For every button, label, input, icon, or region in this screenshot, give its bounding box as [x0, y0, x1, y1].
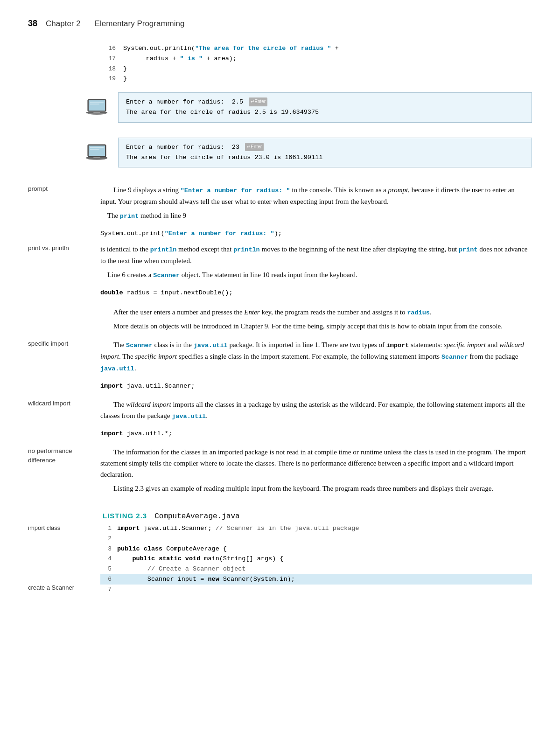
- enter-badge-1: ↵Enter: [249, 97, 267, 106]
- output-box-2: Enter a number for radius: 23 ↵Enter The…: [118, 138, 532, 168]
- listing-margin-labels: import class create a Scanner: [28, 523, 100, 607]
- kw-static: static: [159, 555, 182, 562]
- lc-1: import java.util.Scanner; // Scanner is …: [117, 523, 359, 534]
- snippet-print: System.out.print("Enter a number for rad…: [100, 229, 532, 239]
- kw-void: void: [185, 555, 200, 562]
- svg-rect-5: [90, 102, 104, 103]
- lc-7: [117, 585, 121, 595]
- line-num-18: 18: [103, 64, 116, 74]
- margin-line-7: [28, 595, 100, 607]
- kw-public-2: public: [132, 555, 155, 562]
- kw-new: new: [208, 576, 219, 583]
- no-perf-para-1: The information for the classes in an im…: [100, 446, 532, 480]
- ln-4: 4: [100, 554, 112, 564]
- output-line-1-2: The area for the circle of radius 2.5 is…: [126, 107, 524, 118]
- page-number: 38: [28, 19, 37, 28]
- snippet-wildcard-row: import java.uitl.*;: [0, 429, 560, 439]
- section-wildcard: wildcard import The wildcard import impo…: [0, 399, 560, 425]
- ln-5: 5: [100, 564, 112, 574]
- svg-rect-12: [90, 147, 104, 148]
- kw-public-1: public: [117, 545, 140, 552]
- line-num-19: 19: [103, 74, 116, 84]
- kw-double: double: [100, 289, 123, 296]
- section-print-vs-println: print vs. println is identical to the pr…: [0, 244, 560, 283]
- enter-italic: Enter: [244, 308, 259, 316]
- text-body-prompt: Line 9 displays a string "Enter a number…: [100, 184, 532, 224]
- prompt-italic: prompt: [388, 186, 408, 194]
- print-kw: print: [459, 246, 478, 253]
- comment-1: // Scanner is in the java.util package: [216, 525, 359, 532]
- listing-line-6: 6 Scanner input = new Scanner(System.in)…: [100, 574, 532, 585]
- margin-line-2: [28, 536, 100, 548]
- code-line-19: 19 }: [103, 74, 339, 84]
- wildcard-italic: wildcard import: [126, 401, 171, 408]
- code-block-top: 16 System.out.println("The area for the …: [103, 43, 339, 84]
- margin-label-specific: specific import: [28, 339, 100, 376]
- snippet-indent-1: [28, 229, 100, 239]
- listing-code-row: import class create a Scanner 1 import j…: [0, 523, 560, 607]
- ln-1: 1: [100, 524, 112, 534]
- svg-rect-11: [93, 157, 100, 158]
- code-text-17: radius + " is " + area);: [123, 54, 237, 64]
- line-num-17: 17: [103, 54, 116, 64]
- svg-rect-4: [93, 112, 100, 113]
- margin-create-scanner: create a Scanner: [28, 584, 74, 591]
- ln-6: 6: [100, 575, 112, 585]
- code-top-section: 16 System.out.println("The area for the …: [0, 43, 560, 84]
- javautil-cyan: java.util: [194, 342, 228, 349]
- print-vs-para-1: is identical to the println method excep…: [100, 244, 532, 266]
- listing-line-2: 2: [100, 534, 532, 544]
- snippet-import-row: import java.util.Scanner;: [0, 381, 560, 391]
- snippet-double-row: double radius = input.nextDouble();: [0, 288, 560, 298]
- section-after-enter: After the user enters a number and press…: [0, 306, 560, 335]
- section-no-perf: no performance difference The informatio…: [0, 446, 560, 497]
- javautil-cyan-3: java.util: [172, 413, 206, 420]
- text-body-no-perf: The information for the classes in an im…: [100, 446, 532, 497]
- code-text-19: }: [123, 74, 127, 84]
- string-highlight: "Enter a number for radius: ": [181, 187, 290, 194]
- section-specific-import-text: specific import The Scanner class is in …: [0, 339, 560, 376]
- scanner-cyan-3: Scanner: [441, 354, 468, 361]
- scanner-cyan-2: Scanner: [126, 342, 153, 349]
- output-line-1-1: Enter a number for radius: 2.5 ↵Enter: [126, 97, 524, 107]
- after-enter-para-2: More details on objects will be introduc…: [100, 320, 532, 332]
- section-prompt: prompt Line 9 displays a string "Enter a…: [0, 184, 560, 224]
- kw-import-1: import: [100, 383, 123, 390]
- snippet-indent-4: [28, 429, 100, 439]
- chapter-label: Chapter 2: [46, 19, 81, 28]
- page-header: 38 Chapter 2 Elementary Programming: [0, 19, 560, 37]
- snippet-indent-3: [28, 381, 100, 391]
- kw-import-2: import: [100, 430, 123, 437]
- lc-6: Scanner input = new Scanner(System.in);: [117, 574, 295, 585]
- snippet-indent-2: [28, 288, 100, 298]
- listing-code-block: 1 import java.util.Scanner; // Scanner i…: [100, 523, 532, 607]
- listing-line-1: 1 import java.util.Scanner; // Scanner i…: [100, 523, 532, 534]
- code-text-18: }: [123, 64, 127, 74]
- snippet-import: import java.util.Scanner;: [100, 381, 532, 391]
- chapter-title: Elementary Programming: [95, 19, 185, 28]
- radius-cyan: radius: [407, 309, 430, 316]
- println-1: println: [150, 246, 177, 253]
- main-content: 16 System.out.println("The area for the …: [0, 43, 560, 609]
- comment-5: // Create a Scanner object: [147, 565, 246, 572]
- print-vs-para-2: Line 6 creates a Scanner object. The sta…: [100, 269, 532, 281]
- listing-line-5: 5 // Create a Scanner object: [100, 564, 532, 574]
- margin-label-wildcard: wildcard import: [28, 399, 100, 425]
- laptop-icon-1: [84, 97, 110, 117]
- margin-label-prompt: prompt: [28, 184, 100, 224]
- output-box-1: Enter a number for radius: 2.5 ↵Enter Th…: [118, 92, 532, 123]
- javautil-cyan-2: java.util: [100, 365, 134, 372]
- page: 38 Chapter 2 Elementary Programming 16 S…: [0, 0, 560, 752]
- listing-filename: ComputeAverage.java: [154, 512, 239, 521]
- code-line-18: 18 }: [103, 64, 339, 74]
- snippet-wildcard: import java.uitl.*;: [100, 429, 532, 439]
- lc-5: // Create a Scanner object: [117, 564, 245, 574]
- snippet-print-row: System.out.print("Enter a number for rad…: [0, 229, 560, 239]
- prompt-para-2: The print method in line 9: [100, 210, 532, 222]
- code-line-16: 16 System.out.println("The area for the …: [103, 43, 339, 54]
- scanner-kw-1: Scanner: [153, 272, 180, 279]
- listing-line-4: 4 public static void main(String[] args)…: [100, 554, 532, 564]
- line-num-16: 16: [103, 44, 116, 54]
- text-body-after-enter: After the user enters a number and press…: [100, 306, 532, 335]
- text-body-print-vs: is identical to the println method excep…: [100, 244, 532, 283]
